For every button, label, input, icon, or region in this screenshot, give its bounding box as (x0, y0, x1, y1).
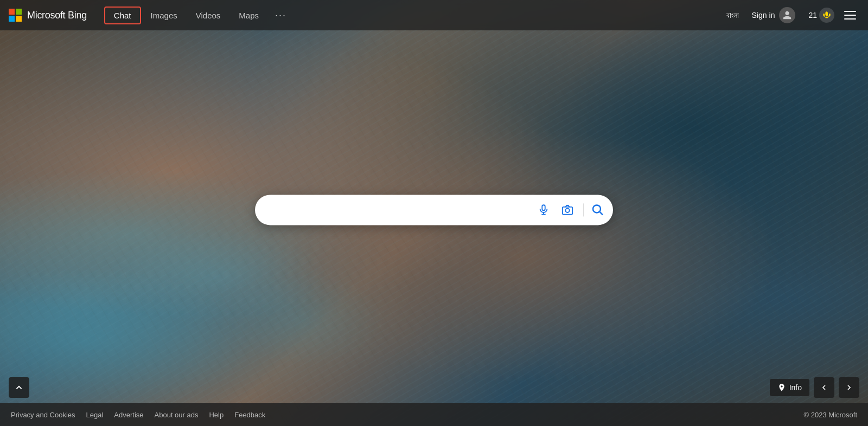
bottom-bar: Privacy and Cookies Legal Advertise Abou… (0, 403, 868, 426)
logo-yellow (16, 16, 22, 22)
nav-chat[interactable]: Chat (104, 7, 141, 24)
about-ads-link[interactable]: About our ads (155, 411, 199, 419)
language-button[interactable]: বাংলা (726, 11, 739, 20)
copyright: © 2023 Microsoft (804, 411, 857, 419)
search-icons (535, 202, 604, 218)
prev-image-button[interactable] (814, 377, 834, 398)
svg-point-5 (593, 205, 601, 212)
camera-icon (561, 204, 573, 216)
legal-link[interactable]: Legal (86, 411, 104, 419)
privacy-link[interactable]: Privacy and Cookies (11, 411, 75, 419)
logo-green (16, 9, 22, 15)
brand-name: Microsoft Bing (27, 10, 87, 21)
info-label: Info (789, 383, 802, 392)
logo-red (9, 9, 15, 15)
footer-links: Privacy and Cookies Legal Advertise Abou… (11, 411, 804, 419)
nav-images[interactable]: Images (142, 8, 186, 23)
info-button[interactable]: Info (770, 379, 809, 396)
advertise-link[interactable]: Advertise (114, 411, 143, 419)
svg-rect-0 (542, 205, 545, 210)
bottom-right-controls: Info (770, 377, 859, 398)
nav-maps[interactable]: Maps (230, 8, 267, 23)
search-area (255, 195, 613, 225)
help-link[interactable]: Help (209, 411, 224, 419)
nav-links: Chat Images Videos Maps ··· (104, 7, 726, 24)
search-button[interactable] (591, 203, 604, 216)
user-avatar (779, 7, 795, 23)
microphone-button[interactable] (535, 202, 552, 218)
chevron-right-icon (845, 383, 853, 392)
svg-point-4 (565, 209, 569, 212)
search-divider (583, 203, 584, 216)
chevron-left-icon (820, 383, 828, 392)
search-icon (591, 203, 604, 216)
scroll-up-button[interactable] (9, 377, 29, 398)
microsoft-logo (9, 9, 22, 22)
sign-in-label: Sign in (752, 11, 775, 20)
visual-search-button[interactable] (559, 202, 576, 218)
svg-line-6 (600, 212, 603, 215)
hamburger-line-1 (844, 11, 856, 12)
search-input[interactable] (264, 205, 535, 215)
nav-videos[interactable]: Videos (187, 8, 229, 23)
nav-right: বাংলা Sign in 21 (726, 4, 859, 27)
trophy-icon (819, 8, 834, 23)
hamburger-line-2 (844, 15, 856, 16)
chevron-up-icon (14, 383, 24, 392)
feedback-link[interactable]: Feedback (234, 411, 265, 419)
hamburger-button[interactable] (841, 8, 859, 23)
navbar: Microsoft Bing Chat Images Videos Maps ·… (0, 0, 868, 30)
logo-blue (9, 16, 15, 22)
microphone-icon (538, 204, 550, 216)
points-number: 21 (808, 11, 817, 20)
points-badge[interactable]: 21 (808, 8, 834, 23)
logo-area: Microsoft Bing (9, 9, 87, 22)
person-icon (782, 10, 792, 20)
search-box (255, 195, 613, 225)
hamburger-line-3 (844, 18, 856, 20)
sign-in-button[interactable]: Sign in (745, 4, 802, 27)
location-pin-icon (777, 383, 786, 392)
next-image-button[interactable] (839, 377, 859, 398)
nav-more-dots[interactable]: ··· (269, 7, 293, 24)
